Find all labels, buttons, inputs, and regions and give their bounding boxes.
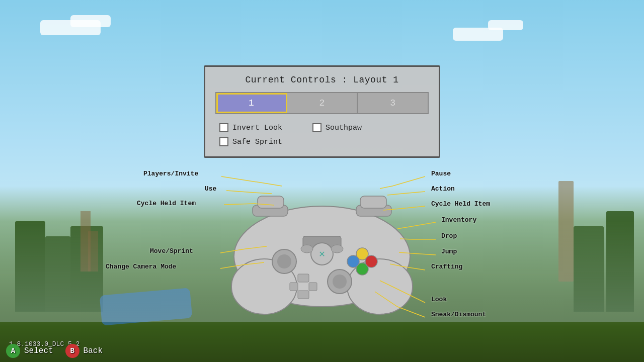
checkbox-invert-look-box[interactable] [219,123,228,132]
checkbox-southpaw-label: Southpaw [326,124,362,132]
svg-point-13 [333,275,347,289]
checkbox-southpaw[interactable]: Southpaw [312,123,362,132]
svg-point-20 [347,255,359,267]
checkbox-safe-sprint-box[interactable] [219,137,228,146]
checkboxes-container: Invert Look Southpaw Safe Sprint [215,123,429,146]
bottom-buttons: A Select B Back [6,344,103,358]
svg-rect-15 [298,291,309,299]
checkbox-row-2: Safe Sprint [219,137,425,146]
svg-rect-17 [309,283,317,291]
svg-point-11 [277,254,291,268]
tab-layout-3[interactable]: 3 [358,93,428,113]
select-label: Select [24,346,53,355]
svg-rect-16 [290,283,298,291]
b-button-icon: B [65,344,79,358]
panel-title: Current Controls : Layout 1 [215,75,429,85]
controller-diagram: ✕ [196,166,448,317]
tab-layout-1[interactable]: 1 [216,93,287,113]
svg-point-22 [331,245,343,253]
svg-point-23 [301,245,313,253]
controls-panel: Current Controls : Layout 1 1 2 3 Invert… [204,65,440,158]
checkbox-row-1: Invert Look Southpaw [219,123,425,132]
checkbox-invert-look-label: Invert Look [232,124,282,132]
tab-layout-2[interactable]: 2 [287,93,358,113]
checkbox-safe-sprint[interactable]: Safe Sprint [219,137,282,146]
checkbox-southpaw-box[interactable] [312,123,321,132]
svg-rect-6 [360,196,386,208]
svg-rect-14 [298,274,309,282]
back-label: Back [84,346,103,355]
a-button-icon: A [6,344,20,358]
checkbox-invert-look[interactable]: Invert Look [219,123,282,132]
button-select[interactable]: A Select [6,344,53,358]
svg-point-21 [365,255,377,267]
button-back[interactable]: B Back [65,344,103,358]
checkbox-safe-sprint-label: Safe Sprint [232,138,282,146]
svg-text:✕: ✕ [319,248,325,260]
svg-rect-4 [258,196,284,208]
layout-tabs: 1 2 3 [215,92,429,114]
